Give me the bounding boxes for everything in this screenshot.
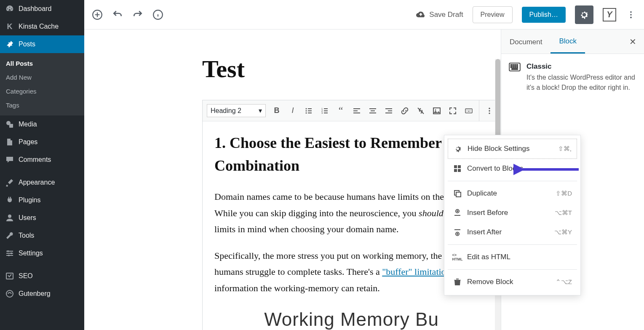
- svg-rect-30: [353, 113, 360, 113]
- sidebar-item-plugins[interactable]: Plugins: [0, 191, 84, 209]
- panel-tabs: Document Block ✕: [501, 30, 644, 54]
- menu-hide-settings[interactable]: Hide Block Settings ⇧⌘,: [448, 139, 577, 159]
- fullscreen-button[interactable]: [445, 103, 460, 118]
- redo-icon[interactable]: [132, 9, 143, 20]
- svg-point-38: [435, 109, 436, 110]
- svg-rect-33: [369, 113, 376, 113]
- svg-rect-56: [458, 169, 461, 172]
- insert-after-icon: [453, 228, 462, 237]
- svg-rect-54: [458, 165, 461, 168]
- menu-label: Duplicate: [467, 189, 497, 198]
- cloud-icon: [416, 10, 426, 20]
- sidebar-item-appearance[interactable]: Appearance: [0, 174, 84, 191]
- svg-rect-53: [454, 165, 457, 168]
- keyboard-icon: [509, 62, 521, 72]
- svg-rect-52: [512, 69, 518, 70]
- sidebar-item-comments[interactable]: Comments: [0, 151, 84, 169]
- submenu-tags[interactable]: Tags: [0, 98, 84, 112]
- sidebar-item-posts[interactable]: Posts: [0, 35, 84, 53]
- italic-button[interactable]: I: [285, 103, 300, 118]
- settings-toggle-button[interactable]: [575, 5, 593, 24]
- post-title[interactable]: Test: [202, 55, 501, 83]
- bullet-list-button[interactable]: [301, 103, 316, 118]
- bold-button[interactable]: B: [269, 103, 284, 118]
- svg-rect-46: [515, 64, 516, 65]
- svg-point-16: [306, 108, 307, 109]
- svg-rect-39: [465, 109, 472, 113]
- sidebar-item-tools[interactable]: Tools: [0, 227, 84, 244]
- add-block-icon[interactable]: [92, 9, 103, 20]
- menu-remove-block[interactable]: Remove Block ⌃⌥Z: [448, 272, 577, 292]
- svg-text:3: 3: [321, 112, 323, 114]
- more-options-icon[interactable]: [625, 9, 636, 20]
- sidebar-label: Posts: [19, 40, 35, 48]
- sidebar-item-users[interactable]: Users: [0, 209, 84, 227]
- svg-point-6: [7, 250, 9, 252]
- content-link[interactable]: "buffer" limitation: [382, 266, 450, 277]
- media-icon: [5, 120, 14, 129]
- gutenberg-icon: [5, 289, 14, 298]
- submenu-all-posts[interactable]: All Posts: [0, 56, 84, 70]
- sidebar-item-pages[interactable]: Pages: [0, 133, 84, 151]
- menu-insert-before[interactable]: Insert Before ⌥⌘T: [448, 203, 577, 223]
- svg-rect-23: [324, 108, 328, 109]
- menu-label: Remove Block: [467, 278, 513, 286]
- menu-label: Edit as HTML: [467, 253, 510, 261]
- svg-point-7: [11, 252, 12, 254]
- svg-point-18: [306, 110, 307, 111]
- link-button[interactable]: [397, 103, 412, 118]
- svg-rect-34: [385, 108, 392, 109]
- chevron-down-icon: ▾: [259, 107, 262, 115]
- menu-duplicate[interactable]: Duplicate ⇧⌘D: [448, 184, 577, 203]
- sidebar-item-seo[interactable]: SEO: [0, 267, 84, 285]
- tab-block[interactable]: Block: [550, 30, 585, 54]
- menu-convert-blocks[interactable]: Convert to Blocks: [448, 159, 577, 178]
- sidebar-item-gutenberg[interactable]: Gutenberg: [0, 285, 84, 303]
- menu-edit-html[interactable]: <>HTML Edit as HTML: [448, 247, 577, 267]
- align-center-button[interactable]: [365, 103, 380, 118]
- svg-rect-1: [9, 124, 13, 128]
- sidebar-label: Kinsta Cache: [19, 23, 59, 30]
- align-left-button[interactable]: [349, 103, 364, 118]
- menu-label: Convert to Blocks: [467, 164, 523, 173]
- undo-icon[interactable]: [112, 9, 123, 20]
- format-select[interactable]: Heading 2 ▾: [207, 104, 266, 117]
- tab-document[interactable]: Document: [501, 30, 550, 53]
- sidebar-item-dashboard[interactable]: Dashboard: [0, 0, 84, 18]
- close-panel-icon[interactable]: ✕: [622, 37, 644, 47]
- sidebar-label: Tools: [19, 232, 34, 239]
- sidebar-item-settings[interactable]: Settings: [0, 244, 84, 262]
- quote-button[interactable]: “: [333, 103, 348, 118]
- insert-image-button[interactable]: [429, 103, 444, 118]
- svg-point-15: [630, 16, 632, 18]
- svg-rect-50: [515, 67, 516, 67]
- menu-label: Hide Block Settings: [468, 145, 529, 153]
- sidebar-item-media[interactable]: Media: [0, 115, 84, 133]
- menu-insert-after[interactable]: Insert After ⌥⌘Y: [448, 223, 577, 242]
- menu-shortcut: ⌥⌘T: [555, 209, 572, 217]
- submenu-add-new[interactable]: Add New: [0, 70, 84, 84]
- keyboard-button[interactable]: [461, 103, 476, 118]
- user-icon: [5, 213, 14, 223]
- sidebar-label: Gutenberg: [19, 290, 51, 298]
- editor-canvas: Test Heading 2 ▾ B I 123 “: [84, 30, 501, 330]
- yoast-button[interactable]: Y: [603, 8, 616, 21]
- align-right-button[interactable]: [381, 103, 396, 118]
- sidebar-item-kinsta[interactable]: K Kinsta Cache: [0, 18, 84, 35]
- trash-icon: [453, 277, 462, 287]
- svg-point-2: [8, 215, 11, 218]
- number-list-button[interactable]: 123: [317, 103, 332, 118]
- unlink-button[interactable]: [413, 103, 428, 118]
- save-draft-button[interactable]: Save Draft: [416, 10, 463, 20]
- svg-point-42: [489, 113, 490, 114]
- svg-rect-49: [513, 67, 513, 67]
- plug-icon: [5, 196, 14, 205]
- preview-button[interactable]: Preview: [473, 6, 513, 23]
- publish-button[interactable]: Publish…: [522, 7, 566, 23]
- svg-rect-19: [308, 110, 312, 111]
- copy-icon: [453, 189, 462, 198]
- svg-rect-48: [511, 67, 512, 67]
- svg-rect-27: [324, 113, 328, 113]
- info-icon[interactable]: [152, 9, 163, 20]
- submenu-categories[interactable]: Categories: [0, 84, 84, 98]
